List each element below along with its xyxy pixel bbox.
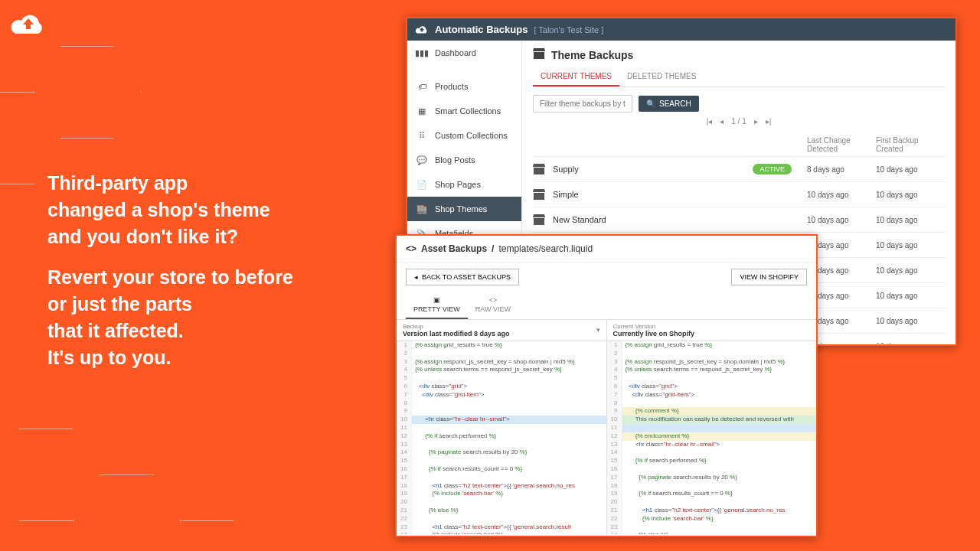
first-backup: 10 days ago bbox=[876, 342, 945, 344]
breadcrumb: <> Asset Backups / templates/search.liqu… bbox=[397, 236, 816, 262]
view-tabs: ▣PRETTY VIEW <>RAW VIEW bbox=[397, 292, 816, 320]
image-icon: ▣ bbox=[433, 296, 440, 304]
table-row[interactable]: Simple10 days ago10 days ago bbox=[533, 181, 945, 207]
store-icon bbox=[533, 164, 545, 174]
store-icon bbox=[533, 48, 545, 61]
cloud-icon bbox=[415, 24, 429, 35]
sidebar-item-label: Smart Collections bbox=[435, 106, 501, 116]
crumb-file: templates/search.liquid bbox=[498, 243, 593, 254]
sidebar-item-label: Dashboard bbox=[435, 48, 476, 57]
pane-label: Current Version bbox=[613, 323, 811, 330]
first-backup: 10 days ago bbox=[876, 266, 945, 275]
tab-raw-view[interactable]: <>RAW VIEW bbox=[468, 292, 518, 319]
store-icon: 🏬 bbox=[416, 204, 427, 214]
sidebar-item-custom-collections[interactable]: ⠿Custom Collections bbox=[407, 123, 521, 148]
pager: |◂ ◂ 1 / 1 ▸ ▸| bbox=[533, 117, 945, 126]
search-button[interactable]: 🔍SEARCH bbox=[639, 96, 699, 112]
first-backup: 10 days ago bbox=[876, 191, 945, 199]
tab-current-themes[interactable]: CURRENT THEMES bbox=[533, 67, 619, 86]
current-pane-header: Current Version Currently live on Shopif… bbox=[607, 320, 817, 341]
titlebar: Automatic Backups [ Talon's Test Site ] bbox=[407, 18, 956, 41]
first-backup: 10 days ago bbox=[876, 292, 945, 300]
last-change: 10 days ago bbox=[807, 191, 876, 199]
marketing-copy: Third-party app changed a shop's theme a… bbox=[47, 170, 293, 385]
marketing-line-1: Third-party app changed a shop's theme a… bbox=[47, 170, 293, 250]
search-icon: 🔍 bbox=[646, 99, 655, 108]
pager-prev-icon[interactable]: ◂ bbox=[720, 117, 724, 126]
backup-pane: Backup Version last modified 8 days ago … bbox=[397, 320, 607, 534]
cloud-upload-icon bbox=[11, 11, 46, 41]
view-in-shopify-button[interactable]: VIEW IN SHOPIFY bbox=[731, 269, 807, 285]
tag-icon: 🏷 bbox=[416, 81, 427, 92]
sidebar-item-label: Custom Collections bbox=[435, 131, 508, 140]
page-icon: 📄 bbox=[416, 179, 427, 190]
last-change: 8 days ago bbox=[807, 165, 876, 174]
theme-tabs: CURRENT THEMES DELETED THEMES bbox=[533, 67, 945, 87]
first-backup: 10 days ago bbox=[876, 165, 945, 174]
chevron-down-icon[interactable]: ▾ bbox=[596, 326, 600, 334]
pager-next-icon[interactable]: ▸ bbox=[754, 117, 758, 126]
table-row[interactable]: New Standard10 days ago10 days ago bbox=[533, 207, 945, 232]
app-title: Automatic Backups bbox=[435, 24, 528, 35]
code-icon: <> bbox=[489, 296, 498, 304]
current-pane: Current Version Currently live on Shopif… bbox=[607, 320, 817, 534]
chat-icon: 💬 bbox=[416, 155, 427, 165]
back-button[interactable]: ◂BACK TO ASSET BACKUPS bbox=[406, 269, 519, 285]
tab-deleted-themes[interactable]: DELETED THEMES bbox=[619, 67, 704, 86]
tab-pretty-view[interactable]: ▣PRETTY VIEW bbox=[406, 292, 468, 319]
grid-icon: ▦ bbox=[416, 106, 427, 116]
sidebar-item-label: Shop Pages bbox=[435, 180, 481, 189]
backup-pane-header[interactable]: Backup Version last modified 8 days ago … bbox=[397, 320, 606, 341]
code-current: 1{% assign grid_results = true %}23{% as… bbox=[607, 341, 817, 534]
sidebar-item-label: Blog Posts bbox=[435, 155, 475, 165]
crumb-root: Asset Backups bbox=[421, 243, 487, 254]
pane-label: Backup bbox=[403, 323, 600, 330]
marketing-line-2: Revert your store to before or just the … bbox=[47, 264, 293, 371]
first-backup: 10 days ago bbox=[876, 216, 945, 224]
pager-last-icon[interactable]: ▸| bbox=[766, 117, 772, 126]
code-backup: 1{% assign grid_results = true %}23{% as… bbox=[397, 341, 606, 534]
table-header: Last Change Detected First Backup Create… bbox=[533, 133, 945, 156]
bars-icon: ▮▮▮ bbox=[416, 47, 427, 58]
table-row[interactable]: SupplyACTIVE8 days ago10 days ago bbox=[533, 156, 945, 181]
first-backup: 10 days ago bbox=[876, 241, 945, 249]
site-name: [ Talon's Test Site ] bbox=[534, 25, 603, 34]
sidebar-item-products[interactable]: 🏷Products bbox=[407, 74, 521, 99]
page-title: Theme Backups bbox=[533, 48, 945, 61]
sidebar-item-shop-themes[interactable]: 🏬Shop Themes bbox=[407, 197, 521, 221]
pager-first-icon[interactable]: |◂ bbox=[707, 117, 713, 126]
store-icon bbox=[533, 214, 545, 225]
search-input[interactable] bbox=[533, 95, 632, 112]
status-badge: ACTIVE bbox=[753, 164, 792, 174]
apps-icon: ⠿ bbox=[416, 130, 427, 141]
sidebar-item-label: Shop Themes bbox=[435, 204, 487, 214]
sidebar-item-shop-pages[interactable]: 📄Shop Pages bbox=[407, 172, 521, 197]
sidebar-item-label: Products bbox=[435, 82, 468, 91]
first-backup: 10 days ago bbox=[876, 317, 945, 325]
pane-value: Version last modified 8 days ago bbox=[403, 330, 600, 337]
code-icon: <> bbox=[406, 243, 416, 254]
back-icon: ◂ bbox=[414, 273, 418, 281]
store-icon bbox=[533, 189, 545, 200]
sidebar-item-smart-collections[interactable]: ▦Smart Collections bbox=[407, 99, 521, 123]
sidebar-item-dashboard[interactable]: ▮▮▮Dashboard bbox=[407, 41, 521, 65]
col-last-change: Last Change Detected bbox=[807, 136, 876, 153]
pager-status: 1 / 1 bbox=[731, 117, 746, 126]
col-first-backup: First Backup Created bbox=[876, 136, 945, 153]
theme-name: SupplyACTIVE bbox=[553, 164, 807, 174]
last-change: 10 days ago bbox=[807, 216, 876, 224]
theme-name: New Standard bbox=[553, 215, 807, 224]
sidebar-item-blog-posts[interactable]: 💬Blog Posts bbox=[407, 148, 521, 172]
theme-name: Simple bbox=[553, 190, 807, 199]
pane-value: Currently live on Shopify bbox=[613, 330, 811, 337]
asset-diff-window: <> Asset Backups / templates/search.liqu… bbox=[395, 234, 818, 537]
